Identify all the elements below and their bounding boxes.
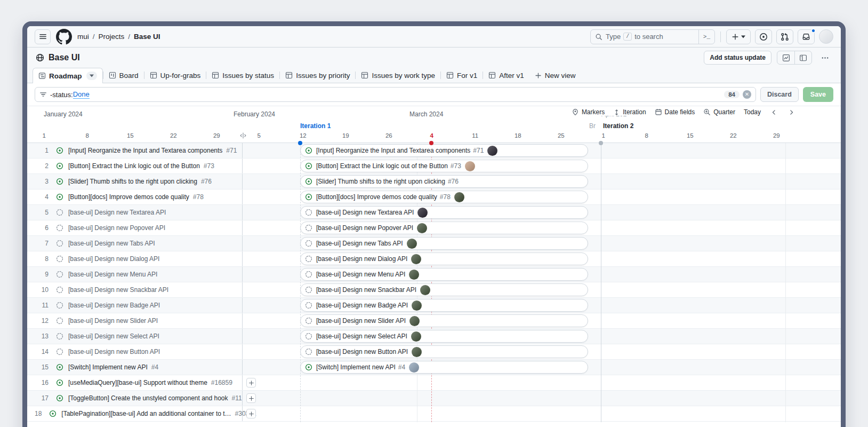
table-row-8[interactable]: 8[base-ui] Design new Dialog API [27, 251, 243, 266]
row-number: 5 [35, 209, 49, 216]
scroll-left-button[interactable] [769, 109, 778, 116]
table-row-15[interactable]: 15[Switch] Implement new API#4 [27, 360, 243, 375]
table-row-5[interactable]: 5[base-ui] Design new Textarea API [27, 205, 243, 220]
roadmap-toolbar: Markers Iteration Date fields [550, 108, 796, 116]
inbox-button[interactable] [798, 29, 815, 44]
table-row-12[interactable]: 12[base-ui] Design new Slider API [27, 313, 243, 328]
table-row-9[interactable]: 9[base-ui] Design new Menu API [27, 267, 243, 282]
roadmap-pill[interactable]: [Switch] Implement new API#4 [300, 361, 588, 374]
roadmap-row: 4[Button][docs] Improve demos code quali… [27, 189, 841, 205]
side-panel-button[interactable] [794, 51, 811, 64]
tab-after-v1[interactable]: After v1 [483, 68, 529, 83]
iteration-zoom-button[interactable]: Iteration [613, 108, 646, 116]
search-input[interactable]: Type / to search >_ [590, 29, 715, 44]
roadmap-pill[interactable]: [Button] Extract the Link logic out of t… [300, 160, 588, 172]
hamburger-menu-button[interactable] [35, 29, 51, 44]
draft-issue-icon [305, 317, 312, 325]
save-button[interactable]: Save [803, 87, 833, 102]
table-row-4[interactable]: 4[Button][docs] Improve demos code quali… [27, 189, 243, 204]
tab-issues-by-work-type[interactable]: Issues by work type [356, 68, 440, 83]
table-row-14[interactable]: 14[base-ui] Design new Button API [27, 344, 243, 359]
add-date-button[interactable] [246, 378, 256, 388]
breadcrumb-org[interactable]: mui [77, 33, 89, 41]
roadmap-grid: 1[Input] Reorganize the Input and Textar… [27, 143, 841, 422]
add-date-button[interactable] [246, 393, 256, 403]
table-row-1[interactable]: 1[Input] Reorganize the Input and Textar… [27, 143, 243, 158]
roadmap-pill[interactable]: [base-ui] Design new Badge API [300, 299, 588, 312]
table-row-7[interactable]: 7[base-ui] Design new Tabs API [27, 236, 243, 251]
add-date-button[interactable] [246, 409, 256, 418]
roadmap-row: 11[base-ui] Design new Badge API[base-ui… [27, 298, 841, 313]
command-palette-button[interactable]: >_ [698, 30, 714, 44]
roadmap-pill[interactable]: [base-ui] Design new Select API [300, 330, 588, 343]
board-icon [109, 72, 116, 79]
table-row-18[interactable]: 18[TablePagination][base-ui] Add an addi… [27, 406, 243, 421]
tab-up-for-grabs[interactable]: Up-for-grabs [144, 68, 206, 83]
roadmap-pill[interactable]: [base-ui] Design new Slider API [300, 314, 588, 327]
tick-label: 1 [601, 132, 605, 139]
add-status-update-button[interactable]: Add status update [704, 51, 771, 65]
tick-label: 18 [515, 132, 521, 139]
table-row-2[interactable]: 2[Button] Extract the Link logic out of … [27, 159, 243, 173]
roadmap-pill[interactable]: [Input] Reorganize the Input and Textare… [300, 144, 588, 157]
row-number: 13 [35, 333, 49, 340]
month-gridline [785, 143, 786, 422]
row-title: [TablePagination][base-ui] Add an additi… [61, 410, 231, 417]
pull-requests-button[interactable] [776, 29, 793, 44]
table-row-10[interactable]: 10[base-ui] Design new Snackbar API [27, 282, 243, 297]
create-new-button[interactable] [726, 29, 751, 44]
filter-input[interactable]: -status:Done 84 ✕ [35, 87, 756, 102]
table-row-6[interactable]: 6[base-ui] Design new Popover API [27, 220, 243, 235]
clear-filter-button[interactable]: ✕ [743, 90, 751, 99]
assignee-avatar [454, 192, 464, 202]
roadmap-pill[interactable]: [Slider] Thumb shifts to the right upon … [300, 175, 588, 188]
roadmap-row: 5[base-ui] Design new Textarea API[base-… [27, 205, 841, 220]
roadmap-pill[interactable]: [base-ui] Design new Snackbar API [300, 283, 588, 296]
quarter-zoom-button[interactable]: Quarter [703, 108, 735, 116]
roadmap-pill[interactable]: [base-ui] Design new Menu API [300, 268, 588, 281]
date-fields-button[interactable]: Date fields [655, 108, 695, 116]
tab-board[interactable]: Board [103, 68, 144, 83]
table-row-13[interactable]: 13[base-ui] Design new Select API [27, 329, 243, 344]
issue-opened-icon [305, 162, 312, 170]
roadmap-pill[interactable]: [Button][docs] Improve demos code qualit… [300, 191, 588, 203]
more-options-button[interactable] [817, 51, 832, 65]
table-row-3[interactable]: 3[Slider] Thumb shifts to the right upon… [27, 174, 243, 189]
pill-title: [base-ui] Design new Badge API [316, 302, 408, 309]
today-button[interactable]: Today [744, 108, 761, 116]
issues-button[interactable] [755, 29, 772, 44]
tab-issues-by-status[interactable]: Issues by status [206, 68, 279, 83]
roadmap-pill[interactable]: [base-ui] Design new Popover API [300, 222, 588, 234]
tab-roadmap[interactable]: Roadmap [33, 68, 103, 83]
draft-issue-icon [56, 240, 63, 247]
table-row-11[interactable]: 11[base-ui] Design new Badge API [27, 298, 243, 313]
table-row-17[interactable]: 17[ToggleButton] Create the unstyled com… [27, 391, 243, 406]
new-view-button[interactable]: New view [529, 68, 581, 83]
table-row-16[interactable]: 16[useMediaQuery][base-ui] Support witho… [27, 375, 243, 390]
github-logo[interactable] [56, 29, 72, 45]
column-resize-handle[interactable] [239, 132, 247, 139]
pill-title: [Slider] Thumb shifts to the right upon … [316, 178, 445, 185]
roadmap-pill[interactable]: [base-ui] Design new Textarea API [300, 206, 588, 219]
view-tabs-bar: RoadmapBoardUp-for-grabsIssues by status… [27, 68, 841, 83]
user-avatar[interactable] [819, 29, 833, 44]
roadmap-pill[interactable]: [base-ui] Design new Dialog API [300, 252, 588, 265]
roadmap-pill[interactable]: [base-ui] Design new Tabs API [300, 237, 588, 250]
tab-options-caret[interactable] [86, 72, 97, 80]
breadcrumb-section[interactable]: Projects [99, 33, 125, 41]
tab-issues-by-priority[interactable]: Issues by priority [280, 68, 355, 83]
roadmap-row: 13[base-ui] Design new Select API[base-u… [27, 329, 841, 344]
iteration-label: Iteration 1 [300, 122, 331, 130]
discard-button[interactable]: Discard [760, 87, 799, 102]
breadcrumb-page[interactable]: Base UI [134, 33, 160, 41]
scroll-right-button[interactable] [787, 109, 796, 116]
tick-label: 22 [730, 132, 737, 139]
tab-for-v1[interactable]: For v1 [441, 68, 483, 83]
issue-opened-icon [56, 379, 63, 386]
markers-button[interactable]: Markers [572, 108, 605, 116]
browser-window: mui / Projects / Base UI Type / to searc… [22, 21, 846, 427]
roadmap-row: 17[ToggleButton] Create the unstyled com… [27, 391, 841, 406]
month-label: March 2024 [409, 110, 443, 118]
insights-button[interactable] [777, 51, 794, 64]
roadmap-pill[interactable]: [base-ui] Design new Button API [300, 345, 588, 358]
